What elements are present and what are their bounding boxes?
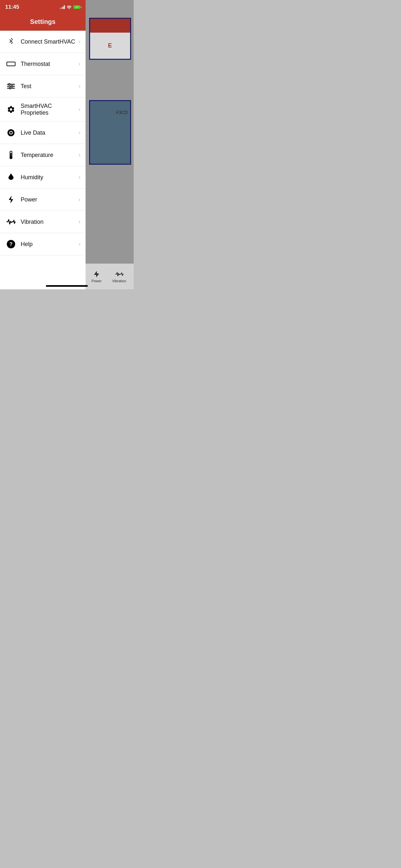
status-icons: ⚡ — [60, 5, 81, 9]
test-label: Test — [21, 83, 79, 90]
svg-marker-12 — [9, 196, 13, 204]
power-icon — [5, 194, 17, 206]
temperature-label: Temperature — [21, 152, 79, 159]
temperature-chevron: › — [79, 152, 81, 158]
menu-item-smarthvac-properties[interactable]: SmartHVAC Proprieties › — [0, 97, 86, 122]
dim-overlay[interactable] — [86, 0, 134, 289]
power-chevron: › — [79, 197, 81, 203]
menu-item-live-data[interactable]: Live Data › — [0, 122, 86, 144]
svg-point-8 — [7, 129, 14, 136]
menu-item-help[interactable]: ? Help › — [0, 233, 86, 255]
sliders-icon — [5, 81, 17, 92]
thermometer-icon — [5, 149, 17, 161]
thermostat-chevron: › — [79, 61, 81, 67]
svg-point-5 — [9, 84, 10, 85]
svg-point-6 — [11, 86, 13, 87]
live-data-icon — [5, 127, 17, 138]
connect-smarthvac-label: Connect SmartHVAC — [21, 38, 79, 45]
gear-icon — [5, 104, 17, 115]
humidity-icon — [5, 172, 17, 183]
test-chevron: › — [79, 83, 81, 89]
live-data-chevron: › — [79, 130, 81, 135]
smarthvac-properties-chevron: › — [79, 106, 81, 113]
menu-item-connect-smarthvac[interactable]: Connect SmartHVAC › — [0, 31, 86, 53]
signal-icon — [60, 5, 65, 9]
svg-text:?: ? — [9, 242, 12, 247]
page-title: Settings — [30, 18, 56, 26]
humidity-chevron: › — [79, 175, 81, 180]
menu-item-test[interactable]: Test › — [0, 75, 86, 97]
bluetooth-icon — [5, 36, 17, 48]
header: Settings — [0, 14, 86, 31]
thermostat-label: Thermostat — [21, 61, 79, 67]
help-chevron: › — [79, 241, 81, 247]
vibration-icon — [5, 216, 17, 228]
help-label: Help — [21, 241, 79, 248]
thermostat-icon — [5, 58, 17, 70]
help-icon: ? — [5, 238, 17, 250]
menu-item-thermostat[interactable]: Thermostat › — [0, 53, 86, 75]
battery-icon: ⚡ — [73, 5, 81, 9]
status-time: 11:45 — [5, 4, 19, 10]
power-label: Power — [21, 196, 79, 203]
vibration-label: Vibration — [21, 219, 79, 225]
menu-item-humidity[interactable]: Humidity › — [0, 166, 86, 189]
svg-point-7 — [9, 88, 11, 89]
menu-list: Connect SmartHVAC › Thermostat › — [0, 31, 86, 289]
live-data-label: Live Data — [21, 129, 79, 136]
wifi-icon — [66, 5, 72, 9]
settings-drawer: 11:45 ⚡ Settings — [0, 0, 86, 289]
menu-item-power[interactable]: Power › — [0, 189, 86, 211]
menu-item-vibration[interactable]: Vibration › — [0, 211, 86, 233]
svg-rect-1 — [7, 62, 15, 66]
smarthvac-properties-label: SmartHVAC Proprieties — [21, 103, 79, 116]
connect-smarthvac-chevron: › — [79, 39, 81, 44]
menu-item-temperature[interactable]: Temperature › — [0, 144, 86, 166]
humidity-label: Humidity — [21, 174, 79, 181]
svg-rect-11 — [11, 153, 11, 158]
status-bar: 11:45 ⚡ — [0, 0, 86, 14]
home-indicator — [46, 285, 88, 287]
vibration-chevron: › — [79, 219, 81, 225]
